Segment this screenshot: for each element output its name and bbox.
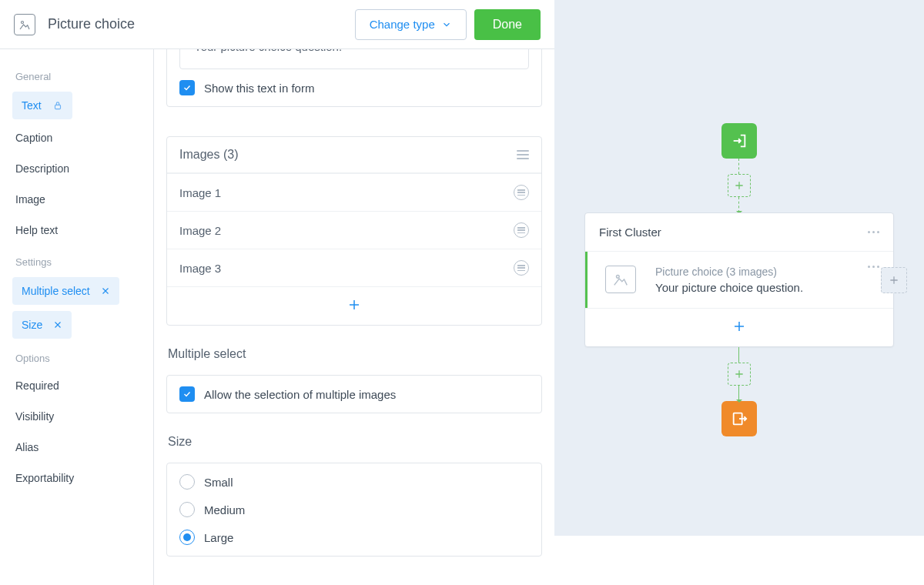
cluster-row-text: Your picture choice question.	[655, 281, 803, 294]
sidebar-item-caption[interactable]: Caption	[6, 122, 147, 153]
radio-unchecked-icon[interactable]	[179, 502, 195, 517]
multiple-select-card: Allow the selection of multiple images	[166, 375, 542, 413]
flow-connector	[738, 159, 740, 174]
drag-handle-icon[interactable]	[514, 260, 529, 276]
done-button[interactable]: Done	[474, 9, 541, 40]
sidebar-item-alias[interactable]: Alias	[6, 432, 147, 463]
add-image-button[interactable]	[167, 286, 541, 325]
reorder-icon[interactable]	[517, 150, 529, 159]
more-options-icon[interactable]	[868, 231, 879, 233]
image-row-1[interactable]: Image 1	[167, 173, 541, 211]
checkbox-checked-icon[interactable]	[179, 386, 195, 402]
cluster-add-question-button[interactable]	[585, 308, 893, 346]
image-row-3[interactable]: Image 3	[167, 249, 541, 286]
checkbox-checked-icon[interactable]	[179, 80, 195, 95]
sidebar-group-general: General	[6, 60, 147, 89]
editor-header: Picture choice Change type Done	[0, 0, 554, 49]
flow-end-node[interactable]	[721, 401, 757, 436]
sidebar-item-required[interactable]: Required	[6, 370, 147, 401]
change-type-label: Change type	[370, 18, 435, 31]
show-text-checkbox-row[interactable]: Show this text in form	[167, 69, 541, 106]
svg-point-2	[617, 276, 620, 279]
picture-icon	[605, 266, 636, 293]
picture-choice-icon	[14, 14, 35, 35]
drag-handle-icon[interactable]	[514, 185, 529, 200]
size-title: Size	[168, 435, 542, 449]
svg-rect-1	[55, 105, 60, 109]
image-row-2[interactable]: Image 2	[167, 211, 541, 249]
flow-add-right-button[interactable]	[881, 267, 907, 293]
question-text-input[interactable]: Your picture choice question.	[180, 49, 528, 69]
sidebar-item-description[interactable]: Description	[6, 153, 147, 184]
drag-handle-icon[interactable]	[514, 222, 529, 238]
size-option-small[interactable]: Small	[179, 474, 529, 490]
flow-canvas[interactable]: First Cluster Picture choice (3 images) …	[554, 0, 924, 536]
lock-icon	[52, 100, 63, 111]
flow-add-node-button[interactable]	[728, 174, 751, 197]
flow-start-node[interactable]	[721, 123, 757, 159]
cluster-card[interactable]: First Cluster Picture choice (3 images) …	[584, 212, 894, 347]
flow-connector	[738, 386, 740, 401]
sidebar-item-image[interactable]: Image	[6, 184, 147, 215]
flow-connector	[738, 347, 740, 363]
sidebar-item-help-text[interactable]: Help text	[6, 215, 147, 246]
editor-panel: Your picture choice question. Show this …	[154, 49, 554, 585]
more-options-icon[interactable]	[868, 266, 879, 268]
allow-multiple-checkbox-row[interactable]: Allow the selection of multiple images	[167, 376, 541, 413]
sidebar-group-options: Options	[6, 342, 147, 370]
change-type-button[interactable]: Change type	[355, 9, 467, 40]
size-option-medium[interactable]: Medium	[179, 502, 529, 517]
text-card: Your picture choice question. Show this …	[166, 49, 542, 107]
flow-connector	[738, 197, 740, 212]
flow-add-node-button[interactable]	[728, 363, 751, 386]
size-card: Small Medium Large	[166, 463, 542, 557]
cluster-title: First Cluster	[599, 226, 661, 239]
sidebar-item-multiple-select[interactable]: Multiple select	[12, 277, 119, 305]
sidebar-item-size[interactable]: Size	[12, 311, 72, 339]
sidebar-item-exportability[interactable]: Exportability	[6, 463, 147, 493]
sidebar: General Text Caption Description Image H…	[0, 49, 154, 585]
sidebar-item-visibility[interactable]: Visibility	[6, 401, 147, 432]
page-title: Picture choice	[48, 16, 135, 32]
close-icon[interactable]	[53, 320, 62, 329]
multiple-select-title: Multiple select	[168, 347, 542, 361]
radio-checked-icon[interactable]	[179, 530, 195, 545]
sidebar-item-text[interactable]: Text	[12, 92, 72, 119]
radio-unchecked-icon[interactable]	[179, 474, 195, 490]
close-icon[interactable]	[101, 286, 110, 296]
sidebar-group-settings: Settings	[6, 246, 147, 274]
images-card: Images (3) Image 1 Image 2 Image 3	[166, 136, 542, 326]
cluster-question-row[interactable]: Picture choice (3 images) Your picture c…	[585, 252, 893, 308]
svg-point-0	[22, 21, 24, 23]
size-option-large[interactable]: Large	[179, 530, 529, 545]
cluster-row-type: Picture choice (3 images)	[655, 266, 803, 278]
images-card-header: Images (3)	[167, 137, 541, 173]
